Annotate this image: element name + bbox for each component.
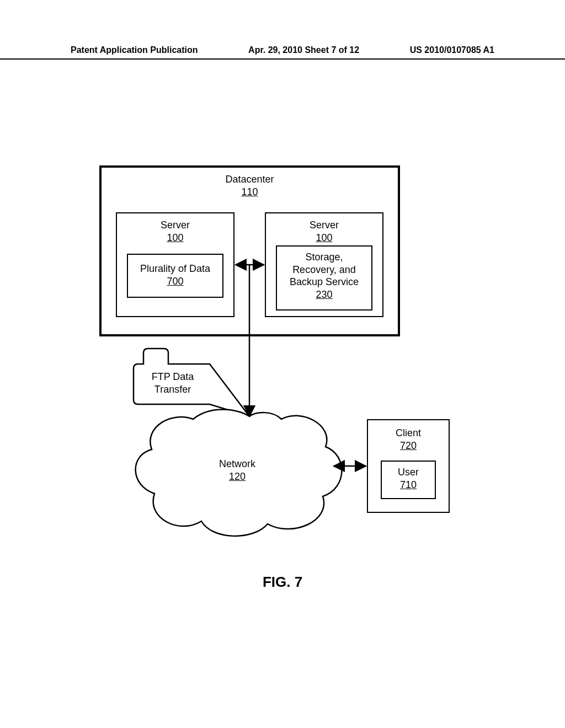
plurality-of-data-box: Plurality of Data 700 bbox=[127, 254, 223, 298]
backup-line3: Backup Service bbox=[277, 276, 371, 288]
ftp-line1: FTP Data bbox=[142, 371, 203, 383]
client-title: Client bbox=[368, 427, 449, 440]
header-right: US 2010/0107085 A1 bbox=[410, 45, 494, 55]
server-right-title: Server bbox=[266, 219, 382, 232]
client-ref: 720 bbox=[368, 440, 449, 452]
network-label: Network 120 bbox=[199, 458, 276, 483]
figure-caption: FIG. 7 bbox=[0, 574, 565, 591]
datacenter-title: Datacenter bbox=[102, 173, 398, 186]
user-box: User 710 bbox=[381, 461, 436, 499]
backup-ref: 230 bbox=[277, 288, 371, 301]
backup-line1: Storage, bbox=[277, 251, 371, 264]
user-ref: 710 bbox=[382, 479, 435, 491]
network-ref: 120 bbox=[199, 470, 276, 483]
server-left-title: Server bbox=[117, 219, 233, 232]
page-header: Patent Application Publication Apr. 29, … bbox=[0, 45, 565, 60]
user-title: User bbox=[382, 466, 435, 479]
network-title: Network bbox=[199, 458, 276, 470]
server-left-ref: 100 bbox=[117, 232, 233, 244]
backup-line2: Recovery, and bbox=[277, 264, 371, 276]
plurality-title: Plurality of Data bbox=[128, 263, 222, 275]
datacenter-ref: 110 bbox=[102, 186, 398, 199]
plurality-ref: 700 bbox=[128, 275, 222, 288]
ftp-label: FTP Data Transfer bbox=[142, 371, 203, 395]
backup-service-box: Storage, Recovery, and Backup Service 23… bbox=[276, 245, 372, 311]
header-left: Patent Application Publication bbox=[71, 45, 198, 55]
page: Patent Application Publication Apr. 29, … bbox=[0, 0, 565, 728]
server-right-ref: 100 bbox=[266, 232, 382, 244]
ftp-line2: Transfer bbox=[142, 383, 203, 396]
figure-area: Datacenter 110 Server 100 Plurality of D… bbox=[99, 165, 463, 596]
header-center: Apr. 29, 2010 Sheet 7 of 12 bbox=[248, 45, 359, 55]
